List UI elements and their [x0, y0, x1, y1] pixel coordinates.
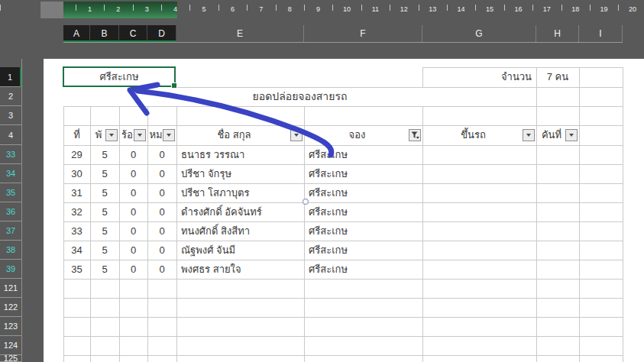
ruler-tick: [133, 5, 134, 11]
cell-a35[interactable]: 31: [63, 183, 90, 202]
cell-a34[interactable]: 30: [63, 164, 90, 183]
chevron-down-icon[interactable]: [290, 129, 303, 141]
ruler-number-11: 11: [370, 5, 380, 13]
header-cell-f4[interactable]: จอง: [304, 125, 410, 145]
gridline: [623, 67, 623, 87]
row-header-122[interactable]: 122: [0, 298, 21, 317]
cell-b38[interactable]: 5: [90, 241, 119, 260]
ruler-tick: [218, 5, 219, 11]
header-cell-d4[interactable]: หม: [147, 125, 164, 145]
column-header-i[interactable]: I: [579, 25, 623, 43]
cell-c35[interactable]: 0: [119, 183, 147, 202]
cell-h1-count-value[interactable]: 7 คน: [536, 67, 579, 86]
ruler-number-1: 1: [84, 5, 95, 13]
cell-e33[interactable]: ธนาธร วรรณา: [181, 145, 304, 164]
row-header-121[interactable]: 121: [0, 279, 21, 298]
cell-c37[interactable]: 0: [119, 221, 147, 241]
ruler-tick: [561, 5, 562, 11]
fill-handle[interactable]: [171, 82, 177, 89]
cell-e36[interactable]: ดำรงศักดิ์ อัคจันทร์: [181, 202, 304, 221]
cell-e34[interactable]: ปรีชา จักรุษ: [181, 164, 304, 183]
cell-a39[interactable]: 35: [63, 260, 90, 279]
cell-a36[interactable]: 32: [63, 202, 90, 221]
ruler-tick: [590, 5, 591, 11]
row-header-39[interactable]: 39: [0, 260, 21, 279]
header-cell-a4[interactable]: ที่: [63, 125, 90, 145]
chevron-down-icon[interactable]: [523, 129, 535, 141]
header-cell-g4[interactable]: ขึ้นรถ: [422, 125, 524, 145]
cell-f38[interactable]: ศรีสะเกษ: [309, 241, 422, 260]
cell-d34[interactable]: 0: [147, 164, 176, 183]
column-headers: ABCDEFGHI: [0, 25, 644, 43]
chevron-glyph: [569, 134, 574, 137]
header-cell-b4[interactable]: พั: [90, 125, 107, 145]
row-header-125[interactable]: 125: [0, 355, 21, 362]
row-header-38[interactable]: 38: [0, 241, 21, 260]
cell-title-merged[interactable]: ยอดปล่อยจองสายรถ: [63, 87, 536, 106]
header-cell-e4[interactable]: ชื่อ สกุล: [176, 125, 292, 145]
chevron-down-icon[interactable]: [163, 129, 175, 141]
column-header-c[interactable]: C: [119, 25, 147, 43]
ruler-tick: [332, 5, 333, 11]
cell-d39[interactable]: 0: [147, 260, 176, 279]
cell-d36[interactable]: 0: [147, 202, 176, 221]
cell-a33[interactable]: 29: [63, 145, 90, 164]
column-header-f[interactable]: F: [304, 25, 422, 43]
cell-d37[interactable]: 0: [147, 221, 176, 241]
cell-d33[interactable]: 0: [147, 145, 176, 164]
cell-b39[interactable]: 5: [90, 260, 119, 279]
chevron-down-icon[interactable]: [105, 129, 118, 141]
row-header-33[interactable]: 33: [0, 145, 21, 164]
cell-f35[interactable]: ศรีสะเกษ: [309, 183, 422, 202]
row-header-1[interactable]: 1: [0, 67, 21, 87]
cell-b34[interactable]: 5: [90, 164, 119, 183]
selected-cell-a1[interactable]: ศรีสะเกษ: [63, 66, 176, 87]
cell-b36[interactable]: 5: [90, 202, 119, 221]
cell-b37[interactable]: 5: [90, 221, 119, 241]
row-header-37[interactable]: 37: [0, 221, 21, 241]
column-header-h[interactable]: H: [536, 25, 579, 43]
row-header-3[interactable]: 3: [0, 106, 21, 125]
cell-d38[interactable]: 0: [147, 241, 176, 260]
cell-b33[interactable]: 5: [90, 145, 119, 164]
row-header-35[interactable]: 35: [0, 183, 21, 202]
row-header-4[interactable]: 4: [0, 125, 21, 145]
row-header-2[interactable]: 2: [0, 87, 21, 106]
cell-e39[interactable]: พงศธร สายใจ: [181, 260, 304, 279]
cell-d35[interactable]: 0: [147, 183, 176, 202]
chevron-down-icon[interactable]: [565, 129, 578, 141]
cell-f37[interactable]: ศรีสะเกษ: [309, 221, 422, 241]
column-header-d[interactable]: D: [147, 25, 176, 43]
cell-g1-count-label[interactable]: จำนวน: [422, 67, 532, 86]
row-header-124[interactable]: 124: [0, 336, 21, 355]
cell-f39[interactable]: ศรีสะเกษ: [309, 260, 422, 279]
cell-a37[interactable]: 33: [63, 221, 90, 241]
cell-e37[interactable]: ทนงศักดิ์ สิงสีทา: [181, 221, 304, 241]
column-header-b[interactable]: B: [90, 25, 119, 43]
cell-a38[interactable]: 34: [63, 241, 90, 260]
cell-b35[interactable]: 5: [90, 183, 119, 202]
row-header-34[interactable]: 34: [0, 164, 21, 183]
cell-c36[interactable]: 0: [119, 202, 147, 221]
column-header-g[interactable]: G: [422, 25, 536, 43]
column-header-a[interactable]: A: [63, 25, 90, 43]
cell-f33[interactable]: ศรีสะเกษ: [309, 145, 422, 164]
cell-c39[interactable]: 0: [119, 260, 147, 279]
ruler: 1234567891011121314151617181920: [0, 2, 644, 18]
cell-e38[interactable]: ณัฐพงศ์ จันมี: [181, 241, 304, 260]
chevron-glyph: [138, 134, 142, 137]
cell-f36[interactable]: ศรีสะเกษ: [309, 202, 422, 221]
cell-e35[interactable]: ปรีชา โสภาบุตร: [181, 183, 304, 202]
funnel-icon[interactable]: [409, 129, 421, 141]
cell-c38[interactable]: 0: [119, 241, 147, 260]
row-header-36[interactable]: 36: [0, 202, 21, 221]
ruler-tick: [189, 5, 190, 11]
chevron-down-icon[interactable]: [134, 129, 146, 141]
cell-c33[interactable]: 0: [119, 145, 147, 164]
row-header-123[interactable]: 123: [0, 317, 21, 336]
cell-f34[interactable]: ศรีสะเกษ: [309, 164, 422, 183]
cell-c34[interactable]: 0: [119, 164, 147, 183]
column-header-e[interactable]: E: [176, 25, 304, 43]
header-cell-h4[interactable]: คันที่: [536, 125, 567, 145]
header-cell-c4[interactable]: ร้อ: [119, 125, 135, 145]
